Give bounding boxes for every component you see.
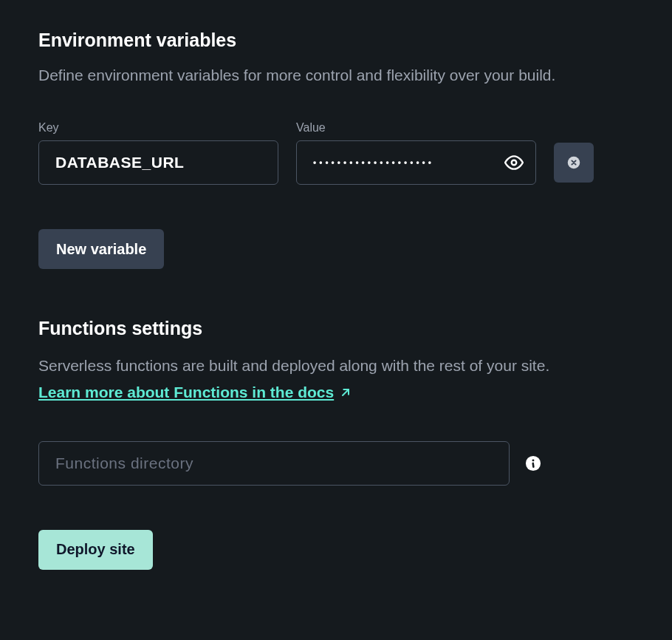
value-field-group: Value [296, 121, 536, 185]
env-variables-section: Environment variables Define environment… [38, 30, 634, 269]
functions-directory-info[interactable] [524, 455, 542, 472]
key-field-group: Key [38, 121, 278, 185]
info-icon [525, 455, 541, 472]
env-value-input[interactable] [296, 140, 536, 185]
functions-directory-input[interactable] [38, 441, 510, 486]
functions-docs-link-text: Learn more about Functions in the docs [38, 379, 334, 406]
new-variable-button[interactable]: New variable [38, 229, 164, 269]
svg-point-0 [512, 160, 517, 166]
functions-description-block: Serverless functions are built and deplo… [38, 353, 634, 405]
deploy-site-button[interactable]: Deploy site [38, 530, 153, 570]
functions-description: Serverless functions are built and deplo… [38, 357, 549, 374]
svg-line-2 [343, 389, 349, 395]
eye-icon [504, 153, 524, 172]
functions-directory-row [38, 441, 634, 486]
env-key-input[interactable] [38, 140, 278, 185]
functions-section: Functions settings Serverless functions … [38, 318, 634, 569]
remove-variable-button[interactable] [554, 143, 594, 183]
env-variables-description: Define environment variables for more co… [38, 64, 634, 86]
functions-docs-link[interactable]: Learn more about Functions in the docs [38, 379, 352, 406]
remove-icon [567, 156, 580, 169]
functions-title: Functions settings [38, 318, 634, 339]
key-label: Key [38, 121, 278, 135]
value-label: Value [296, 121, 536, 135]
external-link-icon [340, 387, 352, 398]
env-variable-row: Key Value [38, 121, 634, 185]
env-variables-title: Environment variables [38, 30, 634, 51]
svg-point-4 [532, 459, 535, 461]
toggle-visibility-button[interactable] [502, 151, 526, 174]
